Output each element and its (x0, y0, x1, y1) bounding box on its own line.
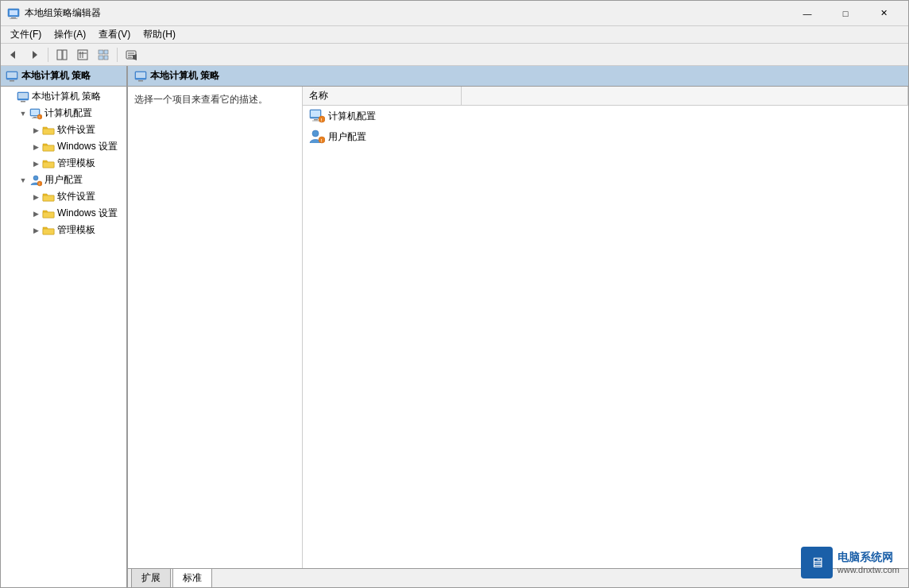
folder-icon-3 (42, 157, 55, 170)
tree-label-admin-2: 管理模板 (57, 223, 95, 237)
description-text: 选择一个项目来查看它的描述。 (134, 94, 268, 105)
right-header-label: 本地计算机 策略 (150, 69, 219, 83)
tree-label-windows-2: Windows 设置 (57, 207, 118, 220)
tree-label-user-config: 用户配置 (44, 173, 83, 187)
close-button[interactable]: ✕ (865, 2, 902, 25)
watermark: 🖥 电脑系统网 www.dnxtw.com (801, 547, 899, 578)
svg-rect-28 (31, 110, 39, 115)
svg-rect-1 (10, 10, 17, 15)
menu-file[interactable]: 文件(F) (4, 26, 48, 43)
tree-item-windows-2[interactable]: ▶ Windows 设置 (1, 205, 126, 222)
list-item-user-config[interactable]: ! 用户配置 (303, 126, 908, 147)
tree-item-admin-2[interactable]: ▶ 管理模板 (1, 222, 126, 238)
properties-button[interactable] (122, 46, 141, 64)
tree-item-root[interactable]: 本地计算机 策略 (1, 88, 126, 105)
svg-marker-5 (33, 51, 37, 59)
tree-label-computer-config: 计算机配置 (44, 106, 92, 120)
expand-root (4, 91, 17, 103)
col-header-name[interactable]: 名称 (303, 87, 462, 105)
svg-rect-12 (99, 50, 103, 54)
left-pane: 本地计算机 策略 本地计算机 策略 (1, 66, 128, 587)
folder-icon-5 (42, 207, 55, 220)
svg-rect-40 (43, 212, 54, 218)
menu-view[interactable]: 查看(V) (92, 26, 137, 43)
tree-item-user-config[interactable]: ▼ ! 用户配置 (1, 172, 126, 188)
user-config-icon: ! (29, 174, 42, 187)
expand-software-1: ▶ (29, 124, 42, 137)
menu-help[interactable]: 帮助(H) (137, 26, 182, 43)
tree-header-label: 本地计算机 策略 (21, 69, 91, 83)
tree-item-computer-config[interactable]: ▼ ! 计算机配置 (1, 105, 126, 122)
tree-container: 本地计算机 策略 ▼ ! 计算机 (1, 87, 126, 240)
col-header-extra[interactable] (462, 87, 908, 105)
right-content: 选择一个项目来查看它的描述。 名称 (128, 87, 908, 568)
svg-rect-41 (43, 229, 54, 234)
right-pane: 本地计算机 策略 选择一个项目来查看它的描述。 名称 (128, 66, 908, 587)
svg-rect-30 (32, 118, 38, 118)
tree-item-admin-1[interactable]: ▶ 管理模板 (1, 155, 126, 172)
svg-rect-44 (138, 80, 143, 82)
forward-button[interactable] (25, 46, 44, 64)
svg-rect-7 (63, 50, 67, 60)
svg-rect-48 (312, 121, 319, 122)
expand-windows-2: ▶ (29, 207, 42, 220)
tree-item-windows-1[interactable]: ▶ Windows 设置 (1, 138, 126, 155)
svg-marker-4 (10, 51, 15, 59)
expand-software-2: ▶ (29, 191, 42, 203)
menu-action[interactable]: 操作(A) (48, 26, 92, 43)
svg-point-36 (33, 176, 38, 180)
description-pane: 选择一个项目来查看它的描述。 (128, 87, 303, 568)
tab-extend[interactable]: 扩展 (131, 568, 171, 587)
user-config-list-icon: ! (309, 129, 325, 145)
right-header: 本地计算机 策略 (128, 66, 908, 87)
list-label-computer-config: 计算机配置 (328, 110, 376, 123)
list-button[interactable] (94, 46, 113, 64)
expand-admin-2: ▶ (29, 224, 42, 237)
svg-rect-46 (311, 110, 320, 117)
tree-label-root: 本地计算机 策略 (32, 90, 101, 103)
maximize-button[interactable]: □ (827, 2, 864, 25)
window-controls: — □ ✕ (789, 2, 902, 25)
tree-label-admin-1: 管理模板 (57, 157, 95, 170)
main-window: 本地组策略编辑器 — □ ✕ 文件(F) 操作(A) 查看(V) 帮助(H) (0, 0, 909, 588)
svg-rect-15 (104, 56, 108, 60)
title-text: 本地组策略编辑器 (25, 6, 789, 20)
show-tree-button[interactable] (52, 46, 72, 64)
svg-rect-13 (104, 50, 108, 54)
tab-standard[interactable]: 标准 (172, 568, 212, 587)
svg-rect-35 (43, 162, 54, 168)
folder-icon-6 (42, 224, 55, 237)
expand-windows-1: ▶ (29, 141, 42, 153)
tree-header: 本地计算机 策略 (1, 66, 126, 87)
tree-item-software-1[interactable]: ▶ 软件设置 (1, 122, 126, 138)
toolbar-separator-1 (48, 48, 48, 62)
menu-bar: 文件(F) 操作(A) 查看(V) 帮助(H) (1, 26, 908, 44)
tree-label-windows-1: Windows 设置 (57, 140, 118, 153)
tree-item-software-2[interactable]: ▶ 软件设置 (1, 188, 126, 205)
watermark-brand: 电脑系统网 (837, 551, 899, 565)
back-button[interactable] (4, 46, 23, 64)
list-label-user-config: 用户配置 (328, 130, 366, 144)
svg-rect-14 (99, 56, 103, 60)
main-area: 本地计算机 策略 本地计算机 策略 (1, 66, 908, 587)
svg-rect-25 (18, 93, 28, 99)
list-item-computer-config[interactable]: ! 计算机配置 (303, 106, 908, 126)
tree-header-icon (6, 70, 18, 83)
svg-rect-43 (136, 72, 145, 78)
svg-rect-26 (21, 101, 25, 103)
svg-rect-33 (43, 129, 54, 134)
computer-config-list-icon: ! (309, 108, 325, 124)
toolbar-separator-2 (117, 48, 118, 62)
svg-rect-22 (7, 72, 17, 78)
minimize-button[interactable]: — (789, 2, 826, 25)
up-button[interactable] (73, 46, 92, 64)
svg-rect-23 (10, 80, 14, 82)
expand-admin-1: ▶ (29, 157, 42, 170)
items-pane: 名称 ! (303, 87, 908, 568)
svg-point-51 (312, 130, 319, 137)
svg-rect-47 (314, 119, 318, 121)
svg-rect-39 (43, 195, 54, 201)
watermark-url: www.dnxtw.com (837, 565, 899, 574)
watermark-text-container: 电脑系统网 www.dnxtw.com (837, 551, 899, 574)
tree-label-software-1: 软件设置 (57, 123, 95, 137)
